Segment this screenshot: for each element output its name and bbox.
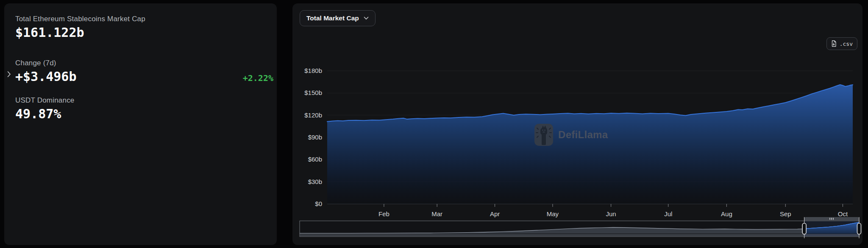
stats-panel: Total Ethereum Stablecoins Market Cap $1… (4, 3, 277, 245)
metric-usdt-dominance: USDT Dominance 49.87% (15, 96, 274, 122)
metric-value: $161.122b (15, 25, 274, 40)
y-axis-label: $180b (304, 67, 322, 74)
expand-row-button[interactable] (7, 71, 11, 78)
x-axis-label: Aug (721, 210, 732, 217)
csv-label: .csv (840, 41, 853, 47)
brush-baseline-strip (300, 234, 859, 236)
change-percent-badge: +2.22% (243, 73, 274, 83)
file-download-icon (831, 40, 837, 47)
metric-change-7d: Change (7d) +$3.496b +2.22% (15, 59, 274, 84)
metric-selector-dropdown[interactable]: Total Market Cap (300, 10, 376, 26)
metric-selector-label: Total Market Cap (306, 14, 359, 22)
x-axis-label: Jul (664, 210, 672, 217)
y-axis-label: $0 (315, 200, 322, 207)
x-axis-label: Sep (780, 210, 791, 217)
y-axis-label: $60b (308, 156, 322, 163)
market-cap-chart[interactable]: $0$30b$60b$90b$120b$150b$180bFebMarAprMa… (292, 3, 862, 245)
chevron-down-icon (364, 17, 369, 20)
download-csv-button[interactable]: .csv (826, 37, 857, 50)
brush-handle-left[interactable] (802, 223, 806, 234)
brush-handle-right[interactable] (857, 223, 861, 234)
x-axis-label: Feb (378, 210, 389, 217)
brush-grip-icon (831, 218, 832, 220)
chart-plot-area[interactable] (327, 60, 853, 204)
y-axis-label: $30b (308, 178, 322, 185)
chevron-right-icon (7, 71, 11, 78)
x-axis-label: Mar (431, 210, 442, 217)
metric-label: Total Ethereum Stablecoins Market Cap (15, 15, 274, 23)
y-axis-label: $150b (304, 89, 322, 96)
chart-panel: $0$30b$60b$90b$120b$150b$180bFebMarAprMa… (292, 3, 862, 245)
x-axis-label: Oct (838, 210, 848, 217)
x-axis-label: Apr (490, 210, 500, 217)
brush-grip-icon (829, 218, 830, 220)
metric-value: +$3.496b (15, 70, 77, 84)
x-axis-label: Jun (606, 210, 616, 217)
metric-label: Change (7d) (15, 59, 274, 67)
brush-grip-icon (833, 218, 834, 220)
defillama-stablecoins-dashboard: Total Ethereum Stablecoins Market Cap $1… (0, 0, 868, 248)
metric-label: USDT Dominance (15, 96, 274, 105)
metric-total-market-cap: Total Ethereum Stablecoins Market Cap $1… (15, 15, 274, 40)
x-axis-label: May (547, 210, 559, 217)
y-axis-label: $120b (304, 111, 322, 119)
y-axis-label: $90b (308, 134, 322, 141)
metric-value: 49.87% (15, 107, 274, 122)
